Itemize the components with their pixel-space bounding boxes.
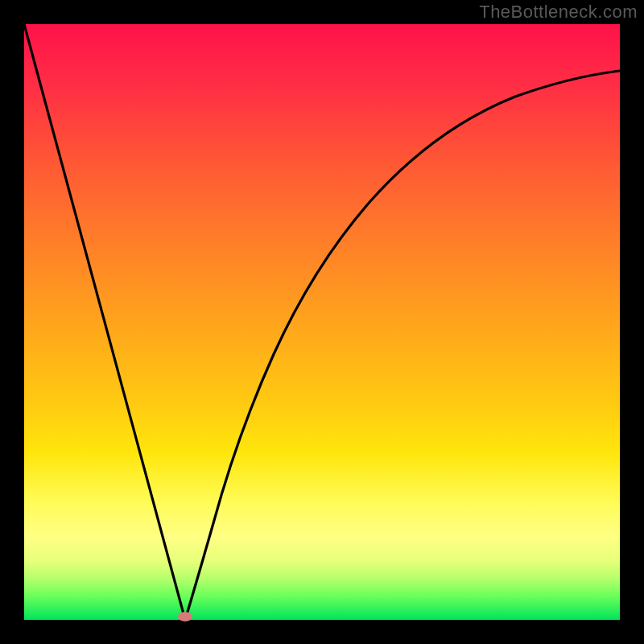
chart-frame: TheBottleneck.com	[0, 0, 644, 644]
plot-area	[24, 24, 620, 620]
curve-left-branch	[24, 24, 185, 620]
minimum-marker	[178, 612, 192, 621]
bottleneck-curve	[24, 24, 620, 620]
watermark-text: TheBottleneck.com	[479, 2, 638, 23]
curve-right-branch	[185, 71, 620, 620]
